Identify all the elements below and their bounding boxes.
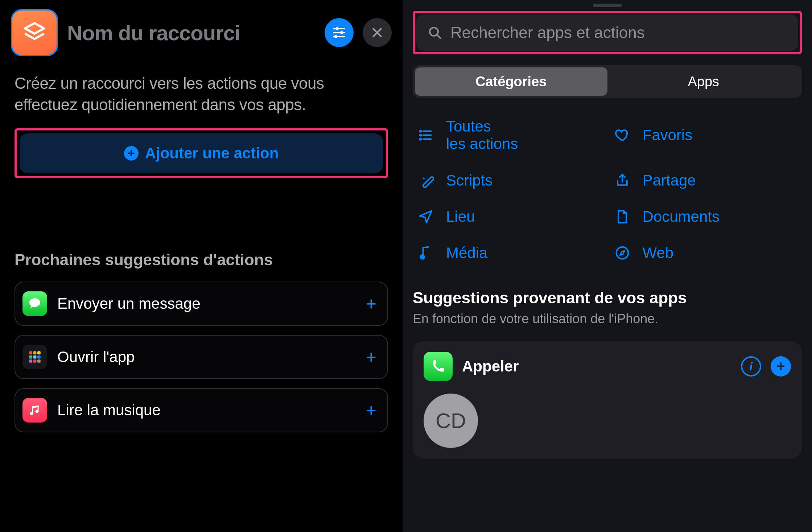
category-label: Partage xyxy=(643,172,696,189)
search-placeholder: Rechercher apps et actions xyxy=(450,24,645,42)
svg-rect-15 xyxy=(33,359,37,363)
svg-rect-13 xyxy=(37,355,41,358)
layers-icon xyxy=(22,20,47,45)
svg-rect-8 xyxy=(29,351,32,354)
category-label: Scripts xyxy=(446,172,492,189)
document-icon xyxy=(613,209,632,225)
svg-point-1 xyxy=(335,27,338,30)
svg-line-18 xyxy=(437,35,441,38)
suggestion-label: Envoyer un message xyxy=(57,295,356,312)
grid-icon xyxy=(27,349,42,365)
location-icon xyxy=(416,209,435,225)
svg-rect-12 xyxy=(33,355,37,358)
svg-point-3 xyxy=(340,31,343,34)
category-share[interactable]: Partage xyxy=(613,172,799,189)
category-label: Toutes les actions xyxy=(446,118,518,153)
search-input[interactable]: Rechercher apps et actions xyxy=(416,14,798,51)
add-suggestion-icon[interactable]: + xyxy=(366,400,376,421)
category-label: Documents xyxy=(643,208,720,225)
sheet-grabber[interactable] xyxy=(593,4,622,7)
apps-suggestions-heading: Suggestions provenant de vos apps xyxy=(413,289,802,307)
settings-button[interactable] xyxy=(325,18,354,47)
music-note-icon xyxy=(28,404,41,417)
search-icon xyxy=(427,25,442,40)
shortcut-icon-button[interactable] xyxy=(11,9,58,56)
wand-icon xyxy=(416,173,435,188)
category-label: Média xyxy=(446,244,487,262)
phone-app-icon xyxy=(424,352,453,381)
app-suggestion-card: Appeler i + CD xyxy=(413,341,802,459)
music-app-icon xyxy=(22,398,47,423)
svg-line-26 xyxy=(423,178,425,179)
category-label: Favoris xyxy=(643,126,693,144)
segmented-control: Catégories Apps xyxy=(413,65,802,98)
category-label: Web xyxy=(643,244,674,262)
phone-icon xyxy=(430,358,446,374)
category-media[interactable]: Média xyxy=(416,244,602,262)
svg-rect-11 xyxy=(29,355,32,358)
category-grid: Toutes les actions Favoris Scripts Parta… xyxy=(413,118,802,262)
svg-rect-16 xyxy=(37,359,41,363)
svg-point-5 xyxy=(334,35,337,38)
add-suggestion-icon[interactable]: + xyxy=(366,346,376,367)
category-location[interactable]: Lieu xyxy=(416,208,602,225)
suggestion-row-message[interactable]: Envoyer un message + xyxy=(15,282,388,326)
suggestion-list: Envoyer un message + xyxy=(15,282,388,432)
next-suggestions-heading: Prochaines suggestions d'actions xyxy=(15,251,388,269)
share-icon xyxy=(613,173,632,188)
category-favorites[interactable]: Favoris xyxy=(613,118,799,153)
editor-header: Nom du raccourci xyxy=(0,0,403,67)
svg-point-28 xyxy=(616,247,628,259)
app-grid-icon xyxy=(22,345,47,369)
messages-app-icon xyxy=(22,291,47,316)
instruction-text: Créez un raccourci vers les actions que … xyxy=(15,72,388,116)
svg-rect-10 xyxy=(37,351,41,354)
svg-point-23 xyxy=(420,138,421,140)
heart-icon xyxy=(613,127,632,143)
add-suggestion-icon[interactable]: + xyxy=(366,293,376,314)
svg-rect-14 xyxy=(29,359,32,363)
add-action-highlight: + Ajouter une action xyxy=(15,128,388,178)
svg-point-27 xyxy=(421,255,425,259)
close-icon xyxy=(371,26,384,39)
category-web[interactable]: Web xyxy=(613,244,799,262)
compass-icon xyxy=(613,245,632,261)
plus-circle-icon: + xyxy=(124,146,139,161)
suggestion-row-open-app[interactable]: Ouvrir l'app + xyxy=(15,335,388,379)
apps-suggestions-subheading: En fonction de votre utilisation de l'iP… xyxy=(413,311,802,327)
shortcut-name-input[interactable]: Nom du raccourci xyxy=(67,21,316,45)
shortcut-editor-pane: Nom du raccourci Créez un raccourci vers… xyxy=(0,0,403,532)
suggestion-label: Ouvrir l'app xyxy=(57,348,356,366)
search-highlight: Rechercher apps et actions xyxy=(413,11,802,54)
category-scripts[interactable]: Scripts xyxy=(416,172,602,189)
media-note-icon xyxy=(416,245,435,261)
suggestion-row-music[interactable]: Lire la musique + xyxy=(15,388,388,432)
category-label: Lieu xyxy=(446,208,475,225)
list-icon xyxy=(416,127,435,143)
svg-point-19 xyxy=(420,130,421,132)
app-card-header: Appeler i + xyxy=(424,352,791,381)
svg-point-17 xyxy=(430,28,438,36)
action-library-pane: Rechercher apps et actions Catégories Ap… xyxy=(403,0,812,532)
suggestion-label: Lire la musique xyxy=(57,402,356,419)
info-button[interactable]: i xyxy=(741,356,761,377)
add-action-button[interactable]: + Ajouter une action xyxy=(20,133,383,173)
svg-rect-9 xyxy=(33,351,37,354)
category-all-actions[interactable]: Toutes les actions xyxy=(416,118,602,153)
add-app-action-button[interactable]: + xyxy=(771,356,791,377)
app-card-title: Appeler xyxy=(462,358,731,375)
category-documents[interactable]: Documents xyxy=(613,208,799,225)
tab-categories[interactable]: Catégories xyxy=(415,67,607,96)
svg-point-21 xyxy=(420,134,421,136)
chat-bubble-icon xyxy=(28,296,42,311)
add-action-label: Ajouter une action xyxy=(145,145,279,162)
contact-avatar[interactable]: CD xyxy=(424,394,478,448)
close-button[interactable] xyxy=(363,18,392,47)
sliders-icon xyxy=(331,25,347,41)
tab-apps[interactable]: Apps xyxy=(607,67,800,96)
